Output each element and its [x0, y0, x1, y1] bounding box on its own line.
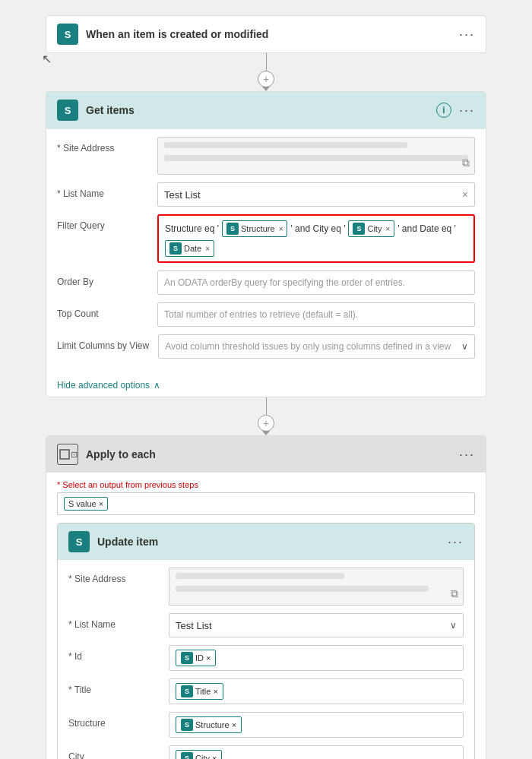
update-item-body: * Site Address ⧉ * List Name: [58, 560, 474, 759]
update-site-address-input[interactable]: ⧉: [169, 568, 464, 606]
list-name-field: Test List ×: [157, 182, 475, 207]
filter-query-field: Structure eq ' S Structure × ' and City …: [157, 214, 475, 263]
id-tag-remove[interactable]: ×: [206, 653, 211, 663]
update-site-address-row: * Site Address ⧉: [68, 568, 464, 606]
fq-tag-city-icon: S: [353, 223, 365, 235]
list-name-row: * List Name Test List ×: [57, 182, 475, 207]
fq-tag-structure[interactable]: S Structure ×: [222, 220, 287, 237]
update-structure-input[interactable]: S Structure ×: [169, 712, 464, 738]
update-id-row: * Id S ID ×: [68, 645, 464, 671]
fq-text-1: Structure eq ': [165, 223, 219, 234]
update-structure-row: Structure S Structure ×: [68, 712, 464, 738]
update-city-field: S City ×: [169, 745, 464, 759]
update-item-title: Update item: [97, 536, 440, 548]
limit-columns-label: Limit Columns by View: [57, 334, 149, 351]
update-site-address-label: * Site Address: [68, 568, 160, 584]
fq-tag-city[interactable]: S City ×: [348, 220, 394, 237]
update-list-name-select[interactable]: Test List ∨: [169, 613, 464, 637]
get-items-info-button[interactable]: i: [436, 103, 451, 118]
filter-query-row: Filter Query Structure eq ' S Structure …: [57, 214, 475, 263]
fq-tag-date[interactable]: S Date ×: [165, 240, 214, 257]
top-count-input[interactable]: Total number of entries to retrieve (def…: [157, 302, 475, 327]
update-item-menu-button[interactable]: ···: [448, 535, 464, 549]
structure-tag-label: Structure: [195, 720, 230, 729]
structure-tag[interactable]: S Structure ×: [176, 716, 242, 733]
trigger-icon: S: [57, 24, 78, 45]
fq-text-3: ' and Date eq ': [397, 223, 456, 234]
trigger-title: When an item is created or modified: [86, 28, 451, 40]
update-list-name-field: Test List ∨: [169, 613, 464, 637]
city-tag[interactable]: S City ×: [176, 750, 222, 759]
trigger-menu-button[interactable]: ···: [459, 27, 475, 41]
update-id-input[interactable]: S ID ×: [169, 645, 464, 671]
site-address-row: * Site Address ⧉: [57, 137, 475, 175]
site-address-input[interactable]: ⧉: [157, 137, 475, 175]
connector-1: +: [258, 53, 274, 91]
update-id-field: S ID ×: [169, 645, 464, 671]
update-id-label: * Id: [68, 645, 160, 662]
update-site-address-field: ⧉: [169, 568, 464, 606]
update-structure-label: Structure: [68, 712, 160, 729]
value-tag-remove[interactable]: ×: [99, 499, 103, 508]
id-tag[interactable]: S ID ×: [176, 650, 216, 666]
structure-tag-icon: S: [181, 719, 193, 731]
top-count-placeholder: Total number of entries to retrieve (def…: [164, 309, 358, 320]
value-tag-row[interactable]: S value ×: [57, 492, 475, 515]
blur-line-2: [164, 155, 468, 161]
apply-to-each-body: * Select an output from previous steps S…: [46, 473, 486, 759]
update-structure-field: S Structure ×: [169, 712, 464, 738]
value-tag[interactable]: S value ×: [64, 497, 108, 511]
title-tag[interactable]: S Title ×: [176, 683, 223, 700]
order-by-label: Order By: [57, 270, 148, 287]
blur-u1: [176, 573, 344, 579]
apply-to-each-card: ⊡ Apply to each ··· * Select an output f…: [46, 435, 486, 759]
add-step-button-2[interactable]: +: [258, 415, 274, 432]
update-item-header: S Update item ···: [58, 523, 474, 560]
hide-advanced-label: Hide advanced options: [57, 380, 150, 391]
apply-to-each-menu-button[interactable]: ···: [459, 447, 475, 461]
limit-columns-value: Avoid column threshold issues by only us…: [165, 341, 451, 352]
fq-tag-city-label: City: [367, 224, 382, 233]
get-items-menu-button[interactable]: ···: [459, 103, 475, 117]
get-items-body: * Site Address ⧉ * List Name Test List ×: [46, 129, 486, 374]
id-tag-icon: S: [181, 652, 193, 664]
update-item-icon: S: [68, 531, 90, 552]
structure-tag-remove[interactable]: ×: [232, 720, 236, 729]
list-name-value: Test List: [164, 189, 201, 201]
trigger-card: S When an item is created or modified ··…: [46, 15, 486, 53]
hide-advanced-button[interactable]: Hide advanced options ∧: [46, 374, 486, 397]
list-name-input[interactable]: Test List ×: [157, 182, 475, 207]
update-title-label: * Title: [68, 678, 160, 695]
order-by-row: Order By An ODATA orderBy query for spec…: [57, 270, 475, 295]
update-list-name-chevron-icon: ∨: [450, 620, 457, 631]
blur-line-1: [164, 142, 407, 148]
filter-query-input[interactable]: Structure eq ' S Structure × ' and City …: [157, 214, 475, 263]
copy-icon: ⧉: [462, 157, 470, 169]
fq-tag-structure-remove[interactable]: ×: [279, 225, 283, 233]
add-step-button-1[interactable]: +: [258, 71, 274, 87]
update-city-input[interactable]: S City ×: [169, 745, 464, 759]
limit-columns-row: Limit Columns by View Avoid column thres…: [57, 334, 475, 359]
apply-to-each-title: Apply to each: [86, 448, 451, 460]
cursor-icon: ↖: [42, 52, 52, 66]
site-address-label: * Site Address: [57, 137, 148, 153]
filter-query-label: Filter Query: [57, 214, 148, 231]
value-tag-label: value: [76, 499, 96, 508]
connector-2: +: [258, 397, 274, 435]
list-name-clear-button[interactable]: ×: [462, 188, 468, 201]
limit-columns-select[interactable]: Avoid column threshold issues by only us…: [158, 334, 475, 359]
value-tag-icon: S: [68, 499, 74, 508]
title-tag-remove[interactable]: ×: [213, 687, 217, 696]
fq-tag-date-icon: S: [169, 242, 182, 255]
update-title-row: * Title S Title ×: [68, 678, 464, 704]
fq-tag-date-remove[interactable]: ×: [205, 245, 210, 253]
update-list-name-row: * List Name Test List ∨: [68, 613, 464, 637]
get-items-header: S Get items i ···: [46, 92, 486, 129]
update-title-input[interactable]: S Title ×: [169, 678, 464, 704]
order-by-placeholder: An ODATA orderBy query for specifying th…: [164, 277, 405, 288]
update-item-card: S Update item ··· * Site Address ⧉: [57, 523, 475, 759]
select-output-label: * Select an output from previous steps: [57, 480, 475, 489]
city-tag-remove[interactable]: ×: [212, 754, 217, 759]
fq-tag-city-remove[interactable]: ×: [385, 225, 390, 233]
order-by-input[interactable]: An ODATA orderBy query for specifying th…: [157, 270, 475, 295]
